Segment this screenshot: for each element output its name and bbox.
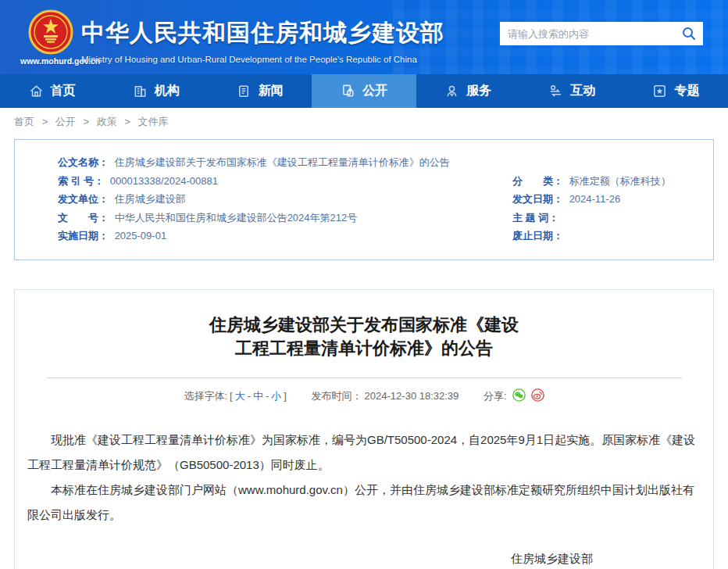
- meta-label: 文 号：: [58, 212, 109, 224]
- site-url: www.mohurd.gov.cn: [20, 56, 81, 66]
- nav-label: 专题: [674, 83, 699, 99]
- publish-time: 发布时间： 2024-12-30 18:32:39: [312, 389, 459, 403]
- site-title-cn: 中华人民共和国住房和城乡建设部: [81, 17, 444, 49]
- bracket: ]: [284, 390, 287, 402]
- meta-label: 主 题 词：: [512, 212, 558, 224]
- meta-label: 废止日期：: [512, 230, 563, 242]
- meta-row-doc-number: 文 号： 中华人民共和国住房和城乡建设部公告2024年第212号: [58, 209, 512, 227]
- services-icon: [444, 84, 459, 98]
- meta-value: 2025-09-01: [115, 230, 167, 242]
- news-icon: [237, 84, 252, 98]
- article-title: 住房城乡建设部关于发布国家标准《建设 工程工程量清单计价标准》的公告: [15, 313, 713, 360]
- breadcrumb: 首页 > 公开 > 政策 > 文件库: [0, 108, 728, 136]
- nav-label: 新闻: [259, 83, 284, 99]
- nav-label: 首页: [51, 83, 76, 99]
- meta-value: 住房城乡建设部: [115, 193, 186, 205]
- publish-time-value: 2024-12-30 18:32:39: [365, 390, 459, 402]
- meta-label: 实施日期：: [58, 230, 109, 242]
- meta-row-category: 分 类： 标准定额（标准科技）: [512, 172, 698, 191]
- breadcrumb-separator: >: [83, 116, 89, 127]
- breadcrumb-policy[interactable]: 政策: [97, 116, 117, 127]
- meta-label: 公文名称：: [58, 156, 109, 168]
- signature-block: 住房城乡建设部 2024年11月26日: [15, 548, 713, 569]
- meta-value: 2024-11-26: [569, 193, 621, 205]
- breadcrumb-separator: >: [42, 116, 48, 127]
- site-title-block: 中华人民共和国住房和城乡建设部 Ministry of Housing and …: [81, 17, 444, 64]
- meta-row-doc-name: 公文名称： 住房城乡建设部关于发布国家标准《建设工程工程量清单计价标准》的公告: [58, 153, 698, 172]
- article-title-line1: 住房城乡建设部关于发布国家标准《建设: [15, 313, 713, 337]
- share-block: 分享:: [484, 388, 544, 404]
- meta-label: 发文单位：: [58, 193, 109, 205]
- article-meta-bar: 选择字体: [ 大 - 中 - 小 ] 发布时间： 2024-12-30 18:…: [15, 388, 713, 404]
- document-metadata-panel: 公文名称： 住房城乡建设部关于发布国家标准《建设工程工程量清单计价标准》的公告 …: [14, 139, 714, 260]
- weibo-share-icon[interactable]: [531, 388, 544, 404]
- font-size-medium[interactable]: 中: [253, 389, 263, 403]
- font-size-selector: 选择字体: [ 大 - 中 - 小 ]: [184, 389, 287, 403]
- emblem-block: www.mohurd.gov.cn: [20, 9, 81, 66]
- meta-value: 000013338/2024-00881: [110, 175, 218, 187]
- font-size-large[interactable]: 大: [235, 389, 245, 403]
- nav-item-interaction[interactable]: 互动: [520, 74, 624, 108]
- meta-row-issue-date: 发文日期： 2024-11-26: [512, 190, 698, 209]
- nav-item-organization[interactable]: 机构: [104, 74, 208, 108]
- title-divider: [46, 378, 682, 378]
- breadcrumb-home[interactable]: 首页: [14, 116, 34, 127]
- meta-label: 索 引 号：: [58, 175, 104, 187]
- meta-label: 发文日期：: [512, 193, 563, 205]
- nav-item-services[interactable]: 服务: [416, 74, 520, 108]
- separator: -: [248, 390, 251, 402]
- nav-label: 互动: [570, 83, 595, 99]
- meta-value: 标准定额（标准科技）: [569, 175, 671, 187]
- font-size-label: 选择字体:: [184, 389, 227, 403]
- national-emblem-icon: [28, 9, 73, 55]
- search-icon: [682, 27, 696, 41]
- separator: -: [266, 390, 269, 402]
- signature-org: 住房城乡建设部: [15, 548, 593, 569]
- meta-label: 分 类：: [512, 175, 563, 187]
- organization-icon: [133, 84, 148, 98]
- article-body: 现批准《建设工程工程量清单计价标准》为国家标准，编号为GB/T50500-202…: [27, 428, 701, 528]
- site-title-en: Ministry of Housing and Urban-Rural Deve…: [81, 55, 444, 64]
- meta-value: 中华人民共和国住房和城乡建设部公告2024年第212号: [115, 212, 358, 224]
- wechat-share-icon[interactable]: [512, 388, 526, 404]
- meta-row-implementation-date: 实施日期： 2025-09-01: [58, 227, 512, 245]
- nav-item-topics[interactable]: 专题: [624, 74, 728, 108]
- bracket: [: [230, 390, 233, 402]
- nav-label: 服务: [466, 83, 491, 99]
- breadcrumb-disclosure[interactable]: 公开: [55, 116, 76, 127]
- article-panel: 住房城乡建设部关于发布国家标准《建设 工程工程量清单计价标准》的公告 选择字体:…: [14, 289, 714, 569]
- article-title-line2: 工程工程量清单计价标准》的公告: [15, 337, 713, 360]
- nav-label: 公开: [362, 83, 387, 99]
- main-nav: 首页 机构 新闻 公开 服务 互动: [0, 74, 728, 108]
- search-box: [500, 22, 703, 45]
- meta-row-issuing-unit: 发文单位： 住房城乡建设部: [58, 190, 512, 209]
- disclosure-icon: [341, 84, 355, 98]
- topics-icon: [652, 84, 667, 98]
- site-header: www.mohurd.gov.cn 中华人民共和国住房和城乡建设部 Minist…: [0, 0, 728, 74]
- search-input[interactable]: [500, 22, 675, 45]
- breadcrumb-separator: >: [124, 116, 130, 127]
- share-label: 分享:: [484, 389, 507, 403]
- paragraph: 现批准《建设工程工程量清单计价标准》为国家标准，编号为GB/T50500-202…: [27, 428, 701, 478]
- interaction-icon: [548, 84, 563, 98]
- breadcrumb-library[interactable]: 文件库: [138, 116, 169, 127]
- nav-item-home[interactable]: 首页: [0, 74, 104, 108]
- nav-label: 机构: [155, 83, 180, 99]
- search-button[interactable]: [675, 22, 703, 45]
- nav-item-disclosure[interactable]: 公开: [312, 74, 416, 108]
- meta-row-repeal-date: 废止日期：: [512, 227, 698, 245]
- font-size-small[interactable]: 小: [271, 389, 281, 403]
- paragraph: 本标准在住房城乡建设部门户网站（www.mohurd.gov.cn）公开，并由住…: [27, 478, 701, 528]
- meta-row-subject-words: 主 题 词：: [512, 209, 698, 227]
- nav-item-news[interactable]: 新闻: [208, 74, 312, 108]
- meta-value: 住房城乡建设部关于发布国家标准《建设工程工程量清单计价标准》的公告: [115, 156, 450, 168]
- publish-time-label: 发布时间：: [312, 389, 362, 403]
- home-icon: [29, 84, 44, 98]
- meta-row-index-number: 索 引 号： 000013338/2024-00881: [58, 172, 512, 191]
